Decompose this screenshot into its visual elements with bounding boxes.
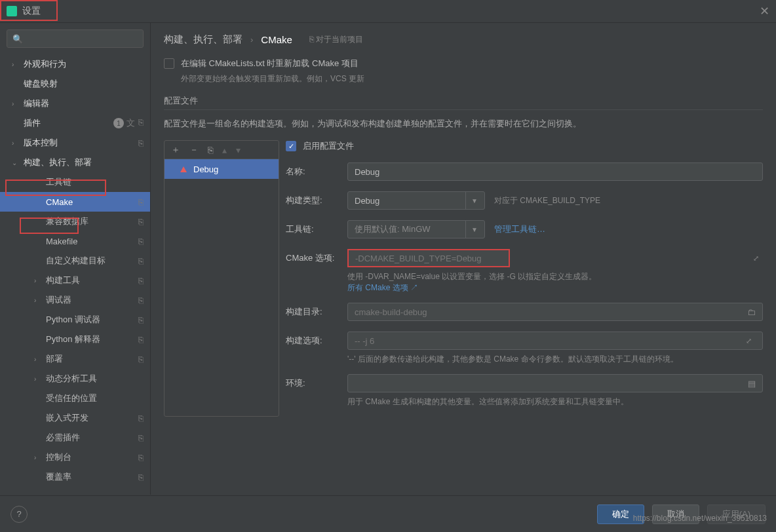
sidebar-item[interactable]: ›调试器⎘: [0, 290, 150, 310]
sidebar-item[interactable]: ›控制台⎘: [0, 447, 150, 467]
cmakeopt-input[interactable]: -DCMAKE_BUILD_TYPE=Debug: [347, 249, 510, 267]
sidebar-item[interactable]: ⌄构建、执行、部署: [0, 153, 150, 172]
sidebar-item[interactable]: ›外观和行为: [0, 54, 150, 74]
sidebar-item[interactable]: ›编辑器: [0, 94, 150, 113]
sidebar-item[interactable]: 覆盖率⎘: [0, 467, 150, 487]
name-input[interactable]: Debug: [347, 162, 763, 181]
chevron-icon: ›: [34, 454, 43, 461]
env-input[interactable]: ▤: [347, 374, 763, 392]
sidebar-item[interactable]: ›部署⎘: [0, 349, 150, 369]
close-icon[interactable]: ✕: [760, 4, 769, 18]
sidebar-item[interactable]: 必需插件⎘: [0, 428, 150, 447]
scope-icon: ⎘: [138, 335, 144, 345]
help-button[interactable]: ?: [10, 506, 28, 523]
search-input[interactable]: 🔍: [7, 29, 144, 48]
chevron-right-icon: ›: [250, 35, 253, 45]
sidebar-item-label: CMake: [46, 197, 138, 207]
expand-icon[interactable]: ⤢: [749, 254, 763, 263]
sidebar-item-label: 动态分析工具: [46, 373, 144, 385]
app-logo-icon: [7, 6, 17, 16]
sidebar-item[interactable]: Python 解释器⎘: [0, 330, 150, 349]
env-row: 环境: ▤: [286, 374, 763, 392]
env-label: 环境:: [286, 377, 338, 389]
cmake-icon: [180, 166, 187, 172]
buildtype-row: 构建类型: Debug▼ 对应于 CMAKE_BUILD_TYPE: [286, 191, 763, 210]
sidebar-item-label: 插件: [24, 117, 113, 129]
folder-icon[interactable]: 🗀: [747, 307, 756, 317]
chevron-down-icon: ▼: [465, 221, 478, 238]
chevron-icon: ›: [12, 100, 21, 107]
scope-icon: ⎘: [138, 433, 144, 443]
manage-toolchains-link[interactable]: 管理工具链…: [494, 223, 545, 235]
scope-icon: ⎘: [138, 237, 144, 246]
titlebar: 设置 ✕: [0, 0, 776, 23]
buildopt-input[interactable]: -- -j 6 ⤢: [347, 332, 763, 350]
enable-profile-checkbox[interactable]: [286, 141, 296, 151]
sidebar-item-label: 键盘映射: [24, 78, 144, 90]
sidebar-item[interactable]: 嵌入式开发⎘: [0, 408, 150, 428]
sidebar-item-label: 自定义构建目标: [46, 255, 138, 267]
sidebar-item-label: 调试器: [46, 294, 138, 306]
reload-checkbox[interactable]: [164, 58, 174, 69]
sidebar-item[interactable]: 受信任的位置: [0, 389, 150, 408]
sidebar-item[interactable]: Python 调试器⎘: [0, 310, 150, 330]
profiles-row: ＋ － ⎘ ▴ ▾ Debug 启用配置文件 名称: D: [164, 140, 763, 417]
sidebar-item[interactable]: 键盘映射: [0, 74, 150, 94]
sidebar-item-label: 控制台: [46, 451, 138, 463]
breadcrumb-current: CMake: [261, 34, 292, 45]
settings-tree: ›外观和行为键盘映射›编辑器插件1文⎘›版本控制⎘⌄构建、执行、部署工具链CMa…: [0, 54, 150, 495]
sidebar-item-label: 嵌入式开发: [46, 412, 138, 424]
buildopt-row: 构建选项: -- -j 6 ⤢: [286, 332, 763, 350]
scope-icon: ⎘: [138, 256, 144, 266]
reload-checkbox-row[interactable]: 在编辑 CMakeLists.txt 时重新加载 CMake 项目: [164, 58, 763, 69]
content-panel: 构建、执行、部署 › CMake 对于当前项目 在编辑 CMakeLists.t…: [151, 23, 776, 495]
buildtype-select[interactable]: Debug▼: [347, 191, 485, 210]
sidebar-item[interactable]: 自定义构建目标⎘: [0, 251, 150, 271]
expand-icon[interactable]: ⤢: [742, 337, 756, 345]
down-icon[interactable]: ▾: [236, 145, 241, 155]
scope-icon: ⎘: [138, 276, 144, 286]
search-icon: 🔍: [12, 34, 23, 44]
builddir-row: 构建目录: cmake-build-debug 🗀: [286, 303, 763, 321]
toolchain-select[interactable]: 使用默认值: MinGW▼: [347, 220, 485, 238]
add-icon[interactable]: ＋: [171, 144, 180, 156]
sidebar-item[interactable]: Makefile⎘: [0, 231, 150, 251]
sidebar-item[interactable]: 兼容数据库⎘: [0, 212, 150, 231]
all-cmake-options-link[interactable]: 所有 CMake 选项 ↗: [347, 283, 418, 292]
sidebar-item-label: 外观和行为: [24, 58, 144, 70]
chevron-icon: ⌄: [12, 159, 21, 166]
scope-icon: ⎘: [138, 453, 144, 463]
builddir-input[interactable]: cmake-build-debug 🗀: [347, 303, 763, 321]
lang-icon: 文: [126, 117, 135, 129]
breadcrumb: 构建、执行、部署 › CMake 对于当前项目: [164, 33, 763, 46]
sidebar-item[interactable]: 插件1文⎘: [0, 113, 150, 133]
window-title: 设置: [22, 5, 41, 17]
scope-icon: ⎘: [138, 315, 144, 325]
sidebar-item-label: 构建、执行、部署: [24, 157, 144, 168]
sidebar-item[interactable]: ›版本控制⎘: [0, 133, 150, 153]
sidebar-item-label: 版本控制: [24, 137, 138, 149]
remove-icon[interactable]: －: [189, 144, 199, 156]
sidebar-item-label: 覆盖率: [46, 471, 138, 483]
builddir-label: 构建目录:: [286, 306, 338, 318]
sidebar-item[interactable]: ›构建工具⎘: [0, 271, 150, 290]
name-row: 名称: Debug: [286, 162, 763, 181]
up-icon[interactable]: ▴: [222, 145, 227, 155]
chevron-icon: ›: [34, 297, 43, 304]
copy-icon[interactable]: ⎘: [208, 145, 213, 155]
scope-icon: ⎘: [138, 197, 144, 207]
env-hint: 用于 CMake 生成和构建的其他变量。这些值将添加到系统变量和工具链变量中。: [347, 396, 763, 408]
profile-item-debug[interactable]: Debug: [165, 159, 279, 179]
sidebar-item[interactable]: 工具链: [0, 172, 150, 192]
sidebar-item[interactable]: ›动态分析工具: [0, 369, 150, 389]
sidebar-item-label: 必需插件: [46, 432, 138, 444]
list-icon[interactable]: ▤: [748, 379, 756, 389]
chevron-down-icon: ▼: [465, 192, 478, 209]
sidebar-item[interactable]: CMake⎘: [0, 192, 150, 212]
sidebar-item-label: 构建工具: [46, 275, 138, 286]
chevron-icon: ›: [12, 61, 21, 68]
enable-profile-row[interactable]: 启用配置文件: [286, 140, 763, 152]
chevron-icon: ›: [34, 277, 43, 284]
breadcrumb-parent[interactable]: 构建、执行、部署: [164, 33, 242, 46]
toolchain-label: 工具链:: [286, 223, 338, 235]
